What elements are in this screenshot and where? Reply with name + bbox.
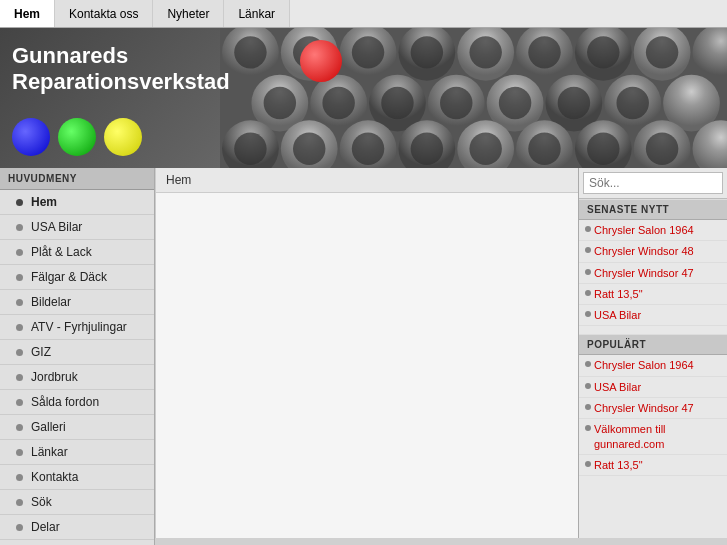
sidebar-items: HemUSA BilarPlåt & LackFälgar & DäckBild… [0,190,154,545]
sidebar-header: HUVUDMENY [0,168,154,190]
populart-link[interactable]: Välkommen till gunnared.com [594,422,721,451]
nav-item-hem[interactable]: Hem [0,0,55,27]
sidebar-bullet [16,524,23,531]
circle-blue [12,118,50,156]
sidebar-item-plt--lack[interactable]: Plåt & Lack [0,240,154,265]
sidebar-bullet [16,274,23,281]
sidebar-bullet [16,324,23,331]
populart-item[interactable]: Ratt 13,5" [579,455,727,476]
svg-point-33 [587,36,619,68]
senaste-nytt-link[interactable]: Chrysler Windsor 48 [594,244,694,258]
svg-point-48 [587,132,619,164]
top-navigation: HemKontakta ossNyheterLänkar [0,0,727,28]
sidebar-bullet [16,199,23,206]
sidebar-item-label: GIZ [31,345,51,359]
senaste-nytt-item[interactable]: Chrysler Windsor 47 [579,263,727,284]
sidebar-item-label: Galleri [31,420,66,434]
populart-link[interactable]: Chrysler Salon 1964 [594,358,694,372]
right-bullet [585,247,591,253]
right-bullet [585,290,591,296]
sidebar-item-label: Sök [31,495,52,509]
populart-link[interactable]: Ratt 13,5" [594,458,643,472]
populart-item[interactable]: Chrysler Windsor 47 [579,398,727,419]
sidebar-item-slda-fordon[interactable]: Sålda fordon [0,390,154,415]
sidebar-bullet [16,224,23,231]
header-background [220,28,727,168]
sidebar-bullet [16,499,23,506]
svg-point-42 [234,132,266,164]
populart-item[interactable]: Välkommen till gunnared.com [579,419,727,455]
circle-yellow [104,118,142,156]
sidebar-item-label: ATV - Fyrhjulingar [31,320,127,334]
svg-point-34 [646,36,678,68]
sidebar-item-giz[interactable]: GIZ [0,340,154,365]
sidebar-item-hem[interactable]: Hem [0,190,154,215]
svg-point-38 [440,87,472,119]
sidebar-bullet [16,374,23,381]
right-bullet [585,404,591,410]
right-bullet [585,311,591,317]
populart-link[interactable]: Chrysler Windsor 47 [594,401,694,415]
sidebar-item-label: Plåt & Lack [31,245,92,259]
populart-header: POPULÄRT [579,334,727,355]
svg-point-35 [264,87,296,119]
sidebar-bullet [16,424,23,431]
sidebar-item-label: Bildelar [31,295,71,309]
sidebar-item-buellmcse[interactable]: buellmc.se [0,540,154,545]
sidebar-item-label: Jordbruk [31,370,78,384]
center-content: Hem [155,168,579,538]
sidebar-item-galleri[interactable]: Galleri [0,415,154,440]
svg-point-30 [411,36,443,68]
svg-point-46 [469,132,501,164]
sidebar-item-atv---fyrhjulingar[interactable]: ATV - Fyrhjulingar [0,315,154,340]
svg-point-40 [558,87,590,119]
right-sidebar: SENASTE NYTT Chrysler Salon 1964Chrysler… [579,168,727,538]
svg-point-29 [352,36,384,68]
senaste-nytt-item[interactable]: USA Bilar [579,305,727,326]
right-bullet [585,269,591,275]
sidebar-item-lnkar[interactable]: Länkar [0,440,154,465]
senaste-nytt-link[interactable]: Ratt 13,5" [594,287,643,301]
nav-item-kontakta-oss[interactable]: Kontakta oss [55,0,153,27]
search-box[interactable] [579,168,727,199]
sidebar-bullet [16,249,23,256]
senaste-nytt-link[interactable]: Chrysler Salon 1964 [594,223,694,237]
sidebar-item-flgar--dck[interactable]: Fälgar & Däck [0,265,154,290]
populart-item[interactable]: USA Bilar [579,377,727,398]
sidebar-item-label: Sålda fordon [31,395,99,409]
sidebar-item-sk[interactable]: Sök [0,490,154,515]
left-sidebar: HUVUDMENY HemUSA BilarPlåt & LackFälgar … [0,168,155,545]
sidebar-item-jordbruk[interactable]: Jordbruk [0,365,154,390]
right-bullet [585,383,591,389]
senaste-nytt-item[interactable]: Chrysler Windsor 48 [579,241,727,262]
populart-link[interactable]: USA Bilar [594,380,641,394]
search-input[interactable] [583,172,723,194]
svg-point-32 [528,36,560,68]
right-bullet [585,461,591,467]
sidebar-item-delar[interactable]: Delar [0,515,154,540]
breadcrumb: Hem [156,168,578,193]
svg-point-39 [499,87,531,119]
sidebar-bullet [16,399,23,406]
sidebar-bullet [16,449,23,456]
nav-item-länkar[interactable]: Länkar [224,0,290,27]
sidebar-item-bildelar[interactable]: Bildelar [0,290,154,315]
nav-item-nyheter[interactable]: Nyheter [153,0,224,27]
svg-point-36 [322,87,354,119]
sidebar-item-usa-bilar[interactable]: USA Bilar [0,215,154,240]
sidebar-bullet [16,299,23,306]
sidebar-item-label: Länkar [31,445,68,459]
header-title: Gunnareds Reparationsverkstad [12,43,208,96]
senaste-nytt-link[interactable]: Chrysler Windsor 47 [594,266,694,280]
senaste-nytt-item[interactable]: Ratt 13,5" [579,284,727,305]
sidebar-item-label: Kontakta [31,470,78,484]
content-area [156,193,578,533]
sidebar-item-kontakta[interactable]: Kontakta [0,465,154,490]
circle-green [58,118,96,156]
senaste-nytt-link[interactable]: USA Bilar [594,308,641,322]
populart-item[interactable]: Chrysler Salon 1964 [579,355,727,376]
senaste-nytt-item[interactable]: Chrysler Salon 1964 [579,220,727,241]
sidebar-item-label: Delar [31,520,60,534]
svg-point-44 [352,132,384,164]
populart-list: Chrysler Salon 1964USA BilarChrysler Win… [579,355,727,476]
